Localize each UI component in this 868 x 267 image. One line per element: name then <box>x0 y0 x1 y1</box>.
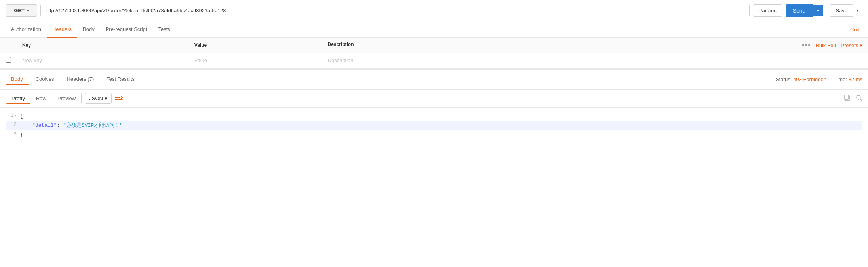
send-dropdown-button[interactable]: ▾ <box>813 5 823 16</box>
svg-rect-2 <box>115 99 123 100</box>
line-num-1: 1▾ <box>6 112 17 120</box>
format-chevron-icon: ▾ <box>105 95 107 101</box>
save-dropdown-button[interactable]: ▾ <box>853 5 862 16</box>
response-tab-test-results[interactable]: Test Results <box>101 74 140 85</box>
more-button[interactable]: ••• <box>802 42 811 49</box>
status-label: Status: 403 Forbidden <box>776 76 826 82</box>
bulk-edit-button[interactable]: Bulk Edit <box>816 42 836 48</box>
tab-tests[interactable]: Tests <box>152 21 175 38</box>
presets-button[interactable]: Presets ▾ <box>841 42 862 48</box>
new-header-row: New key Value Description <box>0 53 868 68</box>
response-tab-cookies[interactable]: Cookies <box>30 74 60 85</box>
code-area: 1▾ { 2 "detail": "必须是SVIP才能访问！" 3 } <box>0 108 868 155</box>
format-select[interactable]: JSON ▾ <box>85 93 112 104</box>
send-button[interactable]: Send <box>786 4 813 17</box>
search-icon[interactable] <box>855 94 862 103</box>
view-tabs: Pretty Raw Preview <box>6 93 82 104</box>
save-button[interactable]: Save <box>830 4 853 17</box>
body-actions <box>843 94 862 103</box>
time-value: 82 ms <box>849 76 862 82</box>
new-value-placeholder: Value <box>194 57 207 63</box>
header-checkbox-col <box>0 38 17 53</box>
time-label: Time: 82 ms <box>834 76 862 82</box>
request-tabs: Authorization Headers Body Pre-request S… <box>0 21 868 38</box>
new-desc-placeholder: Description <box>328 57 354 63</box>
header-desc-col: Description ••• Bulk Edit Presets ▾ <box>322 38 868 53</box>
code-link[interactable]: Code <box>850 27 862 32</box>
response-status: Status: 403 Forbidden Time: 82 ms <box>776 76 862 82</box>
headers-table: Key Value Description ••• Bulk Edit Pres… <box>0 38 868 68</box>
method-select[interactable]: GET ▾ <box>6 4 37 17</box>
code-line-1: 1▾ { <box>6 112 862 121</box>
status-value: 403 Forbidden <box>793 76 826 82</box>
format-label: JSON <box>89 95 103 101</box>
svg-line-6 <box>860 99 862 101</box>
code-line-3: 3 } <box>6 130 862 139</box>
response-tab-body[interactable]: Body <box>6 74 29 85</box>
body-viewer-header: Pretty Raw Preview JSON ▾ <box>0 90 868 108</box>
svg-rect-1 <box>115 97 120 98</box>
line-content-1: { <box>20 112 862 121</box>
response-section-header: Body Cookies Headers (7) Test Results St… <box>0 68 868 90</box>
url-input[interactable] <box>41 4 749 17</box>
params-button[interactable]: Params <box>753 4 782 17</box>
new-key-placeholder: New key <box>22 57 42 63</box>
header-value-col: Value <box>189 38 322 53</box>
headers-table-header-row: Key Value Description ••• Bulk Edit Pres… <box>0 38 868 53</box>
wrap-button[interactable] <box>115 94 123 103</box>
svg-point-5 <box>857 95 860 99</box>
svg-rect-4 <box>844 95 848 99</box>
new-desc-cell[interactable]: Description <box>322 53 868 68</box>
save-group: Save ▾ <box>830 4 862 17</box>
code-line-2: 2 "detail": "必须是SVIP才能访问！" <box>6 121 862 130</box>
line-content-2: "detail": "必须是SVIP才能访问！" <box>20 121 862 130</box>
svg-rect-0 <box>115 95 123 95</box>
new-row-checkbox-cell <box>0 53 17 68</box>
view-tab-pretty[interactable]: Pretty <box>6 93 30 104</box>
line-num-2: 2 <box>6 121 17 130</box>
tab-body[interactable]: Body <box>77 21 100 38</box>
send-group: Send ▾ <box>786 4 824 17</box>
response-tab-headers[interactable]: Headers (7) <box>61 74 100 85</box>
new-row-checkbox[interactable] <box>6 57 11 63</box>
view-tab-preview[interactable]: Preview <box>52 93 81 104</box>
tab-authorization[interactable]: Authorization <box>6 21 47 38</box>
header-key-col: Key <box>17 38 189 53</box>
method-label: GET <box>14 8 25 13</box>
tab-pre-request-script[interactable]: Pre-request Script <box>100 21 153 38</box>
url-bar: GET ▾ Params Send ▾ Save ▾ <box>0 0 868 21</box>
view-tab-raw[interactable]: Raw <box>30 93 52 104</box>
line-num-3: 3 <box>6 130 17 139</box>
copy-icon[interactable] <box>843 94 851 103</box>
url-input-wrapper <box>40 4 750 17</box>
tab-headers[interactable]: Headers <box>47 21 77 38</box>
method-chevron-icon: ▾ <box>27 8 29 13</box>
new-key-cell[interactable]: New key <box>17 53 189 68</box>
line-content-3: } <box>20 130 862 139</box>
new-value-cell[interactable]: Value <box>189 53 322 68</box>
response-tabs: Body Cookies Headers (7) Test Results <box>6 74 140 85</box>
